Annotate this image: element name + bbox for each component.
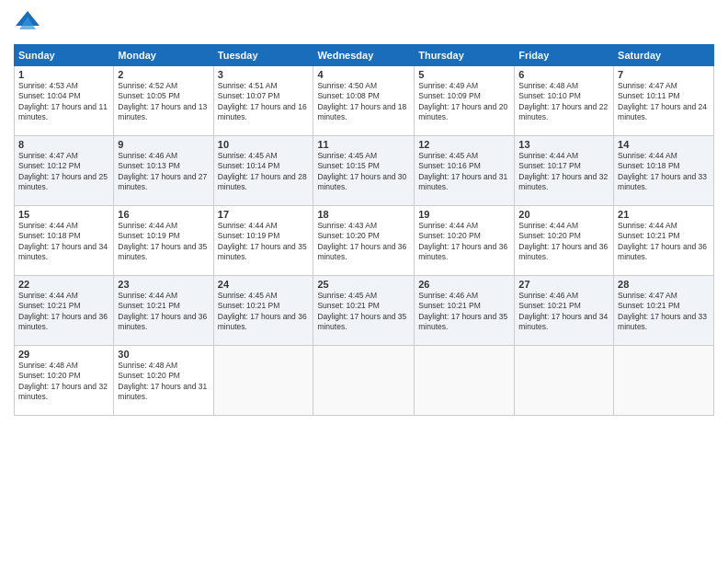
day-info: Sunrise: 4:50 AM Sunset: 10:08 PM Daylig… bbox=[317, 81, 410, 123]
calendar-header-saturday: Saturday bbox=[614, 45, 714, 66]
calendar-cell: 9Sunrise: 4:46 AM Sunset: 10:13 PM Dayli… bbox=[114, 136, 213, 206]
day-number: 4 bbox=[317, 69, 410, 80]
calendar-cell: 10Sunrise: 4:45 AM Sunset: 10:14 PM Dayl… bbox=[213, 136, 313, 206]
calendar-cell: 13Sunrise: 4:44 AM Sunset: 10:17 PM Dayl… bbox=[515, 136, 614, 206]
calendar-cell: 12Sunrise: 4:45 AM Sunset: 10:16 PM Dayl… bbox=[415, 136, 515, 206]
calendar-cell: 26Sunrise: 4:46 AM Sunset: 10:21 PM Dayl… bbox=[415, 276, 515, 346]
calendar-cell: 5Sunrise: 4:49 AM Sunset: 10:09 PM Dayli… bbox=[415, 66, 515, 136]
calendar-cell bbox=[213, 346, 313, 416]
day-number: 16 bbox=[118, 209, 209, 220]
logo bbox=[14, 9, 45, 37]
day-info: Sunrise: 4:46 AM Sunset: 10:13 PM Daylig… bbox=[118, 151, 209, 193]
calendar-cell bbox=[614, 346, 714, 416]
day-number: 2 bbox=[118, 69, 209, 80]
day-number: 17 bbox=[218, 209, 310, 220]
calendar-header-row: SundayMondayTuesdayWednesdayThursdayFrid… bbox=[15, 45, 714, 66]
day-number: 26 bbox=[418, 279, 510, 290]
day-number: 10 bbox=[218, 139, 310, 150]
day-info: Sunrise: 4:51 AM Sunset: 10:07 PM Daylig… bbox=[218, 81, 310, 123]
calendar-cell: 3Sunrise: 4:51 AM Sunset: 10:07 PM Dayli… bbox=[213, 66, 313, 136]
day-info: Sunrise: 4:45 AM Sunset: 10:14 PM Daylig… bbox=[218, 151, 310, 193]
calendar-cell: 18Sunrise: 4:43 AM Sunset: 10:20 PM Dayl… bbox=[313, 206, 415, 276]
day-info: Sunrise: 4:53 AM Sunset: 10:04 PM Daylig… bbox=[18, 81, 109, 123]
calendar-cell: 8Sunrise: 4:47 AM Sunset: 10:12 PM Dayli… bbox=[15, 136, 114, 206]
day-number: 28 bbox=[618, 279, 710, 290]
day-info: Sunrise: 4:44 AM Sunset: 10:19 PM Daylig… bbox=[218, 221, 310, 263]
calendar-cell bbox=[313, 346, 415, 416]
day-info: Sunrise: 4:48 AM Sunset: 10:20 PM Daylig… bbox=[118, 361, 209, 403]
calendar-cell: 27Sunrise: 4:46 AM Sunset: 10:21 PM Dayl… bbox=[515, 276, 614, 346]
calendar-cell bbox=[415, 346, 515, 416]
day-number: 18 bbox=[317, 209, 410, 220]
calendar-week-4: 22Sunrise: 4:44 AM Sunset: 10:21 PM Dayl… bbox=[15, 276, 714, 346]
calendar-cell: 19Sunrise: 4:44 AM Sunset: 10:20 PM Dayl… bbox=[415, 206, 515, 276]
calendar-cell: 17Sunrise: 4:44 AM Sunset: 10:19 PM Dayl… bbox=[213, 206, 313, 276]
calendar-cell: 4Sunrise: 4:50 AM Sunset: 10:08 PM Dayli… bbox=[313, 66, 415, 136]
logo-icon bbox=[14, 9, 41, 37]
day-number: 13 bbox=[518, 139, 609, 150]
day-number: 12 bbox=[418, 139, 510, 150]
calendar-cell: 7Sunrise: 4:47 AM Sunset: 10:11 PM Dayli… bbox=[614, 66, 714, 136]
calendar-cell: 29Sunrise: 4:48 AM Sunset: 10:20 PM Dayl… bbox=[15, 346, 114, 416]
calendar-header-tuesday: Tuesday bbox=[213, 45, 313, 66]
day-number: 7 bbox=[618, 69, 710, 80]
calendar-week-1: 1Sunrise: 4:53 AM Sunset: 10:04 PM Dayli… bbox=[15, 66, 714, 136]
day-number: 1 bbox=[18, 69, 109, 80]
page: SundayMondayTuesdayWednesdayThursdayFrid… bbox=[0, 0, 728, 563]
calendar-cell: 28Sunrise: 4:47 AM Sunset: 10:21 PM Dayl… bbox=[614, 276, 714, 346]
day-info: Sunrise: 4:45 AM Sunset: 10:21 PM Daylig… bbox=[317, 291, 410, 333]
day-number: 27 bbox=[518, 279, 609, 290]
calendar-header-wednesday: Wednesday bbox=[313, 45, 415, 66]
day-number: 25 bbox=[317, 279, 410, 290]
day-info: Sunrise: 4:44 AM Sunset: 10:20 PM Daylig… bbox=[418, 221, 510, 263]
day-number: 8 bbox=[18, 139, 109, 150]
calendar-cell: 14Sunrise: 4:44 AM Sunset: 10:18 PM Dayl… bbox=[614, 136, 714, 206]
day-number: 11 bbox=[317, 139, 410, 150]
day-info: Sunrise: 4:44 AM Sunset: 10:21 PM Daylig… bbox=[18, 291, 109, 333]
day-info: Sunrise: 4:48 AM Sunset: 10:20 PM Daylig… bbox=[18, 361, 109, 403]
day-info: Sunrise: 4:47 AM Sunset: 10:12 PM Daylig… bbox=[18, 151, 109, 193]
calendar-week-3: 15Sunrise: 4:44 AM Sunset: 10:18 PM Dayl… bbox=[15, 206, 714, 276]
calendar-cell: 22Sunrise: 4:44 AM Sunset: 10:21 PM Dayl… bbox=[15, 276, 114, 346]
calendar-header-thursday: Thursday bbox=[415, 45, 515, 66]
day-info: Sunrise: 4:45 AM Sunset: 10:21 PM Daylig… bbox=[218, 291, 310, 333]
day-info: Sunrise: 4:46 AM Sunset: 10:21 PM Daylig… bbox=[518, 291, 609, 333]
calendar-header-sunday: Sunday bbox=[15, 45, 114, 66]
calendar-cell: 15Sunrise: 4:44 AM Sunset: 10:18 PM Dayl… bbox=[15, 206, 114, 276]
calendar-header-friday: Friday bbox=[515, 45, 614, 66]
day-number: 21 bbox=[618, 209, 710, 220]
day-info: Sunrise: 4:47 AM Sunset: 10:21 PM Daylig… bbox=[618, 291, 710, 333]
calendar-cell bbox=[515, 346, 614, 416]
day-info: Sunrise: 4:48 AM Sunset: 10:10 PM Daylig… bbox=[518, 81, 609, 123]
day-number: 20 bbox=[518, 209, 609, 220]
day-info: Sunrise: 4:44 AM Sunset: 10:19 PM Daylig… bbox=[118, 221, 209, 263]
day-number: 29 bbox=[18, 349, 109, 360]
calendar-cell: 24Sunrise: 4:45 AM Sunset: 10:21 PM Dayl… bbox=[213, 276, 313, 346]
calendar-cell: 1Sunrise: 4:53 AM Sunset: 10:04 PM Dayli… bbox=[15, 66, 114, 136]
calendar-table: SundayMondayTuesdayWednesdayThursdayFrid… bbox=[14, 44, 714, 416]
day-number: 23 bbox=[118, 279, 209, 290]
calendar-cell: 21Sunrise: 4:44 AM Sunset: 10:21 PM Dayl… bbox=[614, 206, 714, 276]
calendar-week-5: 29Sunrise: 4:48 AM Sunset: 10:20 PM Dayl… bbox=[15, 346, 714, 416]
calendar-cell: 2Sunrise: 4:52 AM Sunset: 10:05 PM Dayli… bbox=[114, 66, 213, 136]
day-info: Sunrise: 4:44 AM Sunset: 10:21 PM Daylig… bbox=[118, 291, 209, 333]
day-info: Sunrise: 4:44 AM Sunset: 10:20 PM Daylig… bbox=[518, 221, 609, 263]
calendar-cell: 16Sunrise: 4:44 AM Sunset: 10:19 PM Dayl… bbox=[114, 206, 213, 276]
day-number: 9 bbox=[118, 139, 209, 150]
day-number: 15 bbox=[18, 209, 109, 220]
day-info: Sunrise: 4:44 AM Sunset: 10:17 PM Daylig… bbox=[518, 151, 609, 193]
day-info: Sunrise: 4:44 AM Sunset: 10:18 PM Daylig… bbox=[18, 221, 109, 263]
day-info: Sunrise: 4:45 AM Sunset: 10:16 PM Daylig… bbox=[418, 151, 510, 193]
day-number: 6 bbox=[518, 69, 609, 80]
header bbox=[14, 9, 714, 37]
calendar-cell: 25Sunrise: 4:45 AM Sunset: 10:21 PM Dayl… bbox=[313, 276, 415, 346]
day-info: Sunrise: 4:45 AM Sunset: 10:15 PM Daylig… bbox=[317, 151, 410, 193]
day-info: Sunrise: 4:52 AM Sunset: 10:05 PM Daylig… bbox=[118, 81, 209, 123]
calendar-cell: 30Sunrise: 4:48 AM Sunset: 10:20 PM Dayl… bbox=[114, 346, 213, 416]
day-number: 22 bbox=[18, 279, 109, 290]
day-number: 14 bbox=[618, 139, 710, 150]
day-info: Sunrise: 4:43 AM Sunset: 10:20 PM Daylig… bbox=[317, 221, 410, 263]
calendar-header-monday: Monday bbox=[114, 45, 213, 66]
day-number: 30 bbox=[118, 349, 209, 360]
day-number: 24 bbox=[218, 279, 310, 290]
